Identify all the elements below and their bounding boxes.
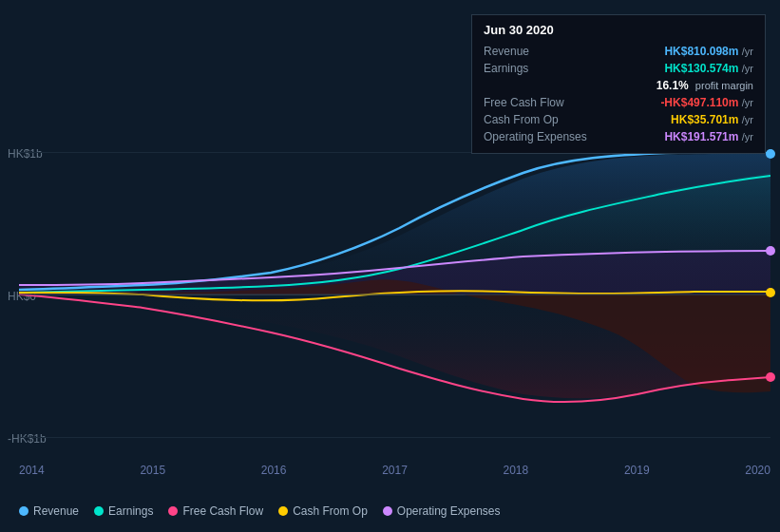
legend: Revenue Earnings Free Cash Flow Cash Fro… — [19, 504, 501, 518]
right-dot-fcf — [766, 372, 775, 382]
chart-svg — [19, 152, 770, 437]
legend-item-fcf[interactable]: Free Cash Flow — [168, 504, 263, 518]
tooltip-row-earnings: Earnings HK$130.574m /yr — [484, 60, 753, 77]
legend-dot-cashop — [278, 506, 288, 516]
x-label-2017: 2017 — [382, 464, 408, 477]
x-axis: 2014 2015 2016 2017 2018 2019 2020 — [19, 464, 770, 477]
x-label-2016: 2016 — [261, 464, 287, 477]
tooltip-row-opex: Operating Expenses HK$191.571m /yr — [484, 128, 753, 145]
legend-item-cashop[interactable]: Cash From Op — [278, 504, 368, 518]
tooltip-row-cashop: Cash From Op HK$35.701m /yr — [484, 111, 753, 128]
right-dot-revenue — [766, 149, 775, 159]
tooltip-margin-value: 16.1% profit margin — [656, 79, 753, 92]
tooltip-date: Jun 30 2020 — [484, 23, 753, 37]
legend-label-opex: Operating Expenses — [397, 504, 501, 518]
tooltip-label-cashop: Cash From Op — [484, 113, 607, 126]
legend-dot-opex — [383, 506, 392, 516]
tooltip-value-opex: HK$191.571m /yr — [664, 130, 753, 143]
legend-item-earnings[interactable]: Earnings — [94, 504, 153, 518]
x-label-2020: 2020 — [745, 464, 770, 477]
legend-item-revenue[interactable]: Revenue — [19, 504, 79, 518]
tooltip-row-fcf: Free Cash Flow -HK$497.110m /yr — [484, 94, 753, 111]
x-label-2015: 2015 — [140, 464, 165, 477]
tooltip-row-revenue: Revenue HK$810.098m /yr — [484, 43, 753, 60]
right-dot-cashop — [766, 288, 775, 297]
x-label-2018: 2018 — [504, 464, 529, 477]
tooltip-row-margin: 16.1% profit margin — [484, 77, 753, 94]
tooltip-label-fcf: Free Cash Flow — [484, 96, 607, 109]
tooltip-value-earnings: HK$130.574m /yr — [664, 62, 753, 75]
legend-dot-revenue — [19, 506, 29, 516]
legend-label-revenue: Revenue — [33, 504, 79, 518]
tooltip-label-earnings: Earnings — [484, 62, 607, 75]
h-line-bot — [19, 437, 770, 438]
tooltip-label-opex: Operating Expenses — [484, 130, 607, 143]
x-label-2014: 2014 — [19, 464, 45, 477]
tooltip-box: Jun 30 2020 Revenue HK$810.098m /yr Earn… — [471, 14, 766, 154]
legend-item-opex[interactable]: Operating Expenses — [383, 504, 501, 518]
tooltip-label-revenue: Revenue — [484, 45, 607, 58]
tooltip-value-revenue: HK$810.098m /yr — [664, 45, 753, 58]
tooltip-value-fcf: -HK$497.110m /yr — [660, 96, 753, 109]
legend-label-fcf: Free Cash Flow — [182, 504, 263, 518]
legend-dot-fcf — [168, 506, 178, 516]
x-label-2019: 2019 — [624, 464, 650, 477]
legend-label-cashop: Cash From Op — [293, 504, 368, 518]
legend-dot-earnings — [94, 506, 104, 516]
tooltip-value-cashop: HK$35.701m /yr — [671, 113, 753, 126]
legend-label-earnings: Earnings — [108, 504, 153, 518]
right-dot-opex — [766, 246, 775, 256]
chart-container: Jun 30 2020 Revenue HK$810.098m /yr Earn… — [0, 0, 780, 532]
